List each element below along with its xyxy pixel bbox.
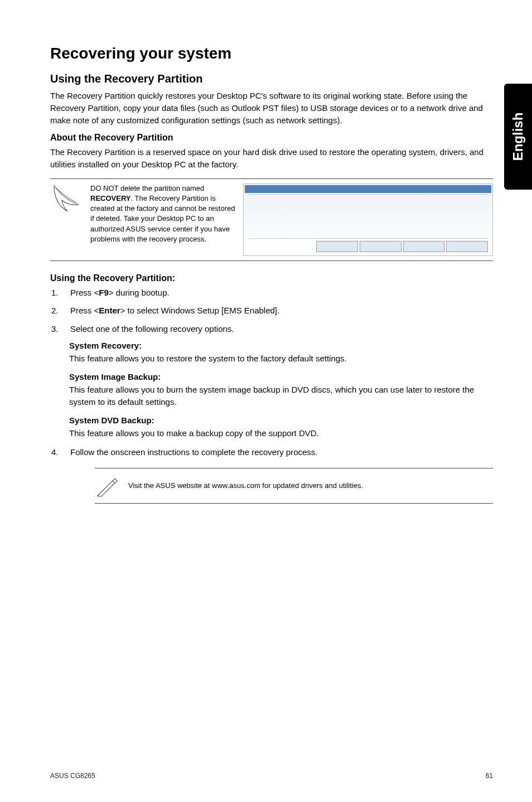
- warning-callout: DO NOT delete the partition named RECOVE…: [50, 178, 493, 261]
- section-paragraph-1: The Recovery Partition quickly restores …: [50, 90, 493, 126]
- option-desc: This feature allows you to restore the s…: [69, 352, 493, 365]
- option-title: System Image Backup:: [69, 372, 493, 381]
- option-desc: This feature allows you to burn the syst…: [69, 384, 493, 409]
- option-desc: This feature allows you to make a backup…: [69, 427, 493, 440]
- note-callout: Visit the ASUS website at www.asus.com f…: [95, 468, 493, 504]
- callout-body: DO NOT delete the partition named RECOVE…: [90, 183, 493, 256]
- callout-bold: RECOVERY: [90, 194, 130, 202]
- note-text: Visit the ASUS website at www.asus.com f…: [128, 481, 363, 490]
- page-title: Recovering your system: [50, 45, 493, 62]
- option-title: System Recovery:: [69, 341, 493, 350]
- step-text-pre: Press <: [70, 306, 99, 315]
- step-text-pre: Press <: [70, 288, 99, 297]
- step-number: 3.: [51, 323, 59, 336]
- warning-icon: [50, 183, 84, 214]
- callout-prefix: DO NOT delete the partition named: [90, 184, 204, 192]
- step-text: Follow the onscreen instructions to comp…: [70, 447, 318, 457]
- step-4: 4. Follow the onscreen instructions to c…: [51, 446, 493, 459]
- section-heading-recovery-partition: Using the Recovery Partition: [50, 73, 493, 85]
- callout-text: DO NOT delete the partition named RECOVE…: [90, 183, 235, 244]
- option-system-image-backup: System Image Backup: This feature allows…: [69, 372, 493, 409]
- step-2: 2. Press <Enter> to select Windows Setup…: [51, 305, 493, 317]
- step-number: 4.: [51, 446, 59, 459]
- disk-management-screenshot: [243, 183, 493, 256]
- footer-product: ASUS CG8265: [50, 772, 95, 780]
- steps-list-continued: 4. Follow the onscreen instructions to c…: [51, 446, 493, 459]
- step-number: 1.: [51, 287, 59, 299]
- step-3: 3. Select one of the following recovery …: [51, 323, 493, 336]
- step-text-bold: F9: [99, 288, 109, 297]
- pen-icon: [95, 474, 120, 497]
- step-text-post: Select one of the following recovery opt…: [70, 324, 234, 334]
- footer-page-number: 61: [486, 772, 493, 780]
- step-text-post: > during bootup.: [109, 288, 170, 297]
- step-text-bold: Enter: [99, 306, 120, 315]
- page: English Recovering your system Using the…: [0, 0, 532, 802]
- step-1: 1. Press <F9> during bootup.: [51, 287, 493, 299]
- steps-list: 1. Press <F9> during bootup. 2. Press <E…: [51, 287, 493, 336]
- step-number: 2.: [51, 305, 59, 317]
- usage-heading: Using the Recovery Partition:: [50, 273, 493, 283]
- option-system-recovery: System Recovery: This feature allows you…: [69, 341, 493, 365]
- section-heading-about: About the Recovery Partition: [50, 133, 493, 143]
- option-system-dvd-backup: System DVD Backup: This feature allows y…: [69, 416, 493, 440]
- section-paragraph-2: The Recovery Partition is a reserved spa…: [50, 146, 493, 171]
- step-text-post: > to select Windows Setup [EMS Enabled].: [120, 306, 280, 315]
- option-title: System DVD Backup:: [69, 416, 493, 425]
- page-footer: ASUS CG8265 61: [50, 772, 493, 780]
- language-tab-label: English: [510, 113, 526, 161]
- language-tab: English: [504, 84, 532, 190]
